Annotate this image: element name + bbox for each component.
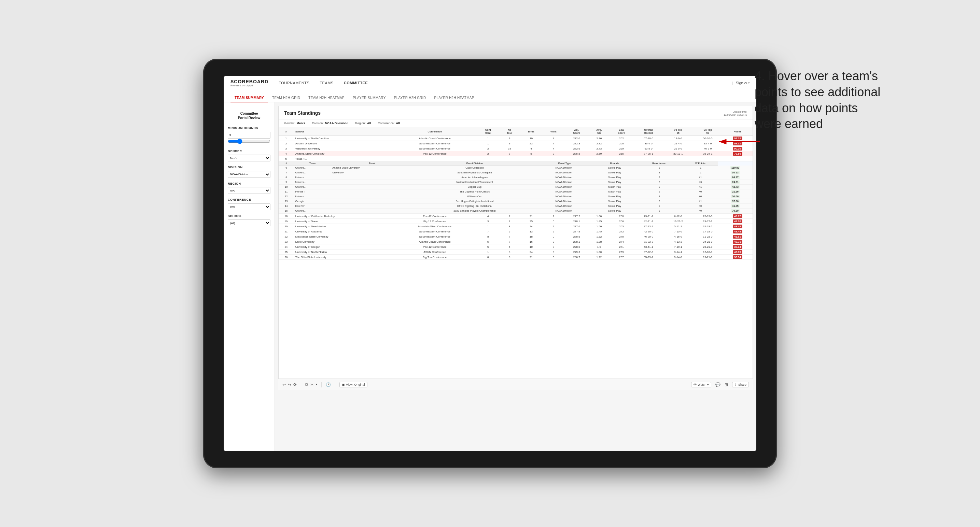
hover-row: 14 East Ter OFCC Fighting Illini Invitat…	[278, 204, 752, 208]
cell-wins: 4	[542, 141, 565, 146]
cell-vs25: 29-4-0	[663, 141, 693, 146]
points-value[interactable]: 38.14	[733, 245, 742, 249]
update-time: Update time:13/03/2024 10:03:42	[724, 110, 747, 116]
hover-col-event: Event	[331, 162, 413, 165]
cell-overall: 67-10-0	[634, 136, 663, 141]
dot-icon[interactable]: •	[316, 382, 317, 387]
hover-col-num: #	[278, 162, 294, 165]
bottom-toolbar: ↩ ↪ ⟳ ⧉ ✂ • 🕐 ▣ View: Origin	[278, 379, 753, 390]
points-value[interactable]: 93.31	[733, 142, 742, 145]
points-value[interactable]: 43.89	[733, 250, 742, 254]
region-select[interactable]: N/A	[228, 187, 270, 194]
nav-links: TOURNAMENTS TEAMS COMMITTEE	[278, 81, 732, 85]
toolbar-sep-2	[321, 382, 322, 387]
cell-adj-score: 275.5	[565, 151, 589, 156]
grid-icon[interactable]: ⊞	[725, 382, 728, 387]
share-button[interactable]: ⇪ Share	[732, 382, 749, 387]
cell-school: Vanderbilt University	[294, 146, 393, 151]
points-value[interactable]: 48.48	[733, 230, 742, 233]
tab-player-h2h-grid[interactable]: PLAYER H2H GRID	[390, 94, 430, 102]
refresh-icon[interactable]: ⟳	[293, 382, 297, 387]
table-row: 25 University of North Florida ASUN Conf…	[278, 249, 752, 255]
cell-avg-sg: 2.86	[589, 136, 609, 141]
col-no-tour: NoTour	[499, 127, 520, 136]
cell-rank: 4	[278, 151, 294, 156]
points-value[interactable]: 90.20	[733, 147, 742, 151]
points-value[interactable]: 43.81	[733, 235, 742, 238]
division-select[interactable]: NCAA Division I	[228, 171, 270, 178]
division-filter: Division: NCAA Division I	[312, 122, 348, 125]
undo-icon[interactable]: ↩	[282, 382, 286, 387]
report-panel: Team Standings Update time:13/03/2024 10…	[275, 102, 756, 451]
table-row: 21 University of Alabama Southeastern Co…	[278, 229, 752, 234]
cell-school: University of North Carolina	[294, 136, 393, 141]
points-value-highlighted[interactable]: 79.50	[733, 152, 742, 156]
cell-overall: 87-25-1	[634, 151, 663, 156]
logo-text: SCOREBOARD	[231, 79, 268, 84]
points-value[interactable]: 48.07	[733, 214, 742, 218]
min-rounds-slider[interactable]	[228, 138, 270, 144]
hover-row: 6 Univers... Arizona State University Ca…	[278, 165, 752, 170]
cell-points[interactable]: 97.02	[722, 136, 752, 141]
sidebar-school-label: School	[228, 214, 270, 218]
w-points-value: 119.83	[730, 166, 740, 170]
tab-player-h2h-heatmap[interactable]: PLAYER H2H HEATMAP	[430, 94, 478, 102]
w-points-value: 79.30	[731, 209, 740, 213]
points-value[interactable]: 97.02	[733, 137, 742, 140]
points-value[interactable]: 48.71	[733, 240, 742, 244]
comment-icon[interactable]: 💬	[715, 382, 721, 387]
nav-committee[interactable]: COMMITTEE	[344, 81, 368, 85]
cell-wins: 4	[542, 146, 565, 151]
tab-team-summary[interactable]: TEAM SUMMARY	[231, 94, 268, 102]
sidebar-division-label: Division	[228, 165, 270, 169]
cell-school: Texas T...	[294, 156, 393, 162]
cell-conf-rank: 2	[477, 151, 499, 156]
portal-title: CommitteePortal Review	[228, 111, 270, 120]
cell-points[interactable]: 79.50	[722, 151, 752, 156]
logo-sub: Powered by clippd	[231, 84, 268, 87]
cell-conference: Atlantic Coast Conference	[393, 136, 477, 141]
conference-filter-value: All	[396, 122, 400, 125]
cell-points[interactable]: 93.31	[722, 141, 752, 146]
hover-row: 15 Univers... 2023 Sahalee Players Champ…	[278, 208, 752, 213]
cell-vs50: 46-5-0	[693, 146, 722, 151]
tab-player-summary[interactable]: PLAYER SUMMARY	[348, 94, 390, 102]
hover-row: 11 Florida I The Cypress Point Classic N…	[278, 189, 752, 194]
points-value[interactable]: 48.70	[733, 219, 742, 223]
cell-overall: 63-5-0	[634, 146, 663, 151]
table-row: 18 University of California, Berkeley Pa…	[278, 214, 752, 219]
cell-points[interactable]: 90.20	[722, 146, 752, 151]
cell-adj-score: 272.0	[565, 136, 589, 141]
points-value[interactable]: 38.94	[733, 255, 742, 259]
cell-conf-rank: 2	[477, 146, 499, 151]
view-original-button[interactable]: ▣ View: Original	[339, 382, 367, 387]
cell-vs50: 38-24-1	[693, 151, 722, 156]
crop-icon[interactable]: ✂	[310, 382, 314, 387]
redo-icon[interactable]: ↪	[288, 382, 291, 387]
gender-filter-label: Gender:	[284, 122, 295, 125]
points-value[interactable]: 48.49	[733, 225, 742, 229]
copy-icon[interactable]: ⧉	[305, 382, 308, 387]
table-row: 5 Texas T...	[278, 156, 752, 162]
min-rounds-input[interactable]	[228, 132, 270, 138]
hover-tooltip-table: # Team Event Event Division Event Type R…	[278, 162, 752, 213]
gender-select[interactable]: Men's Women's	[228, 155, 270, 162]
hover-row: 8 Univers... Amer An Intercollegiate NCA…	[278, 175, 752, 180]
cell-rank: 1	[278, 136, 294, 141]
w-points-value: 56.66	[731, 195, 740, 198]
tab-team-h2h-grid[interactable]: TEAM H2H GRID	[268, 94, 304, 102]
sidebar: CommitteePortal Review Minimum Rounds Ge…	[224, 102, 275, 451]
col-conf-rank: ConfRank	[477, 127, 499, 136]
table-row: # Team Event Event Division Event Type R…	[278, 162, 752, 214]
conference-select[interactable]: (All)	[228, 203, 270, 210]
clock-icon[interactable]: 🕐	[326, 382, 331, 387]
nav-tournaments[interactable]: TOURNAMENTS	[278, 81, 309, 85]
nav-teams[interactable]: TEAMS	[320, 81, 333, 85]
cell-bnds: 5	[520, 151, 542, 156]
school-select[interactable]: (All)	[228, 219, 270, 226]
cell-overall: 86-4-0	[634, 141, 663, 146]
sign-out-link[interactable]: Sign out	[736, 81, 749, 85]
tab-team-h2h-heatmap[interactable]: TEAM H2H HEATMAP	[304, 94, 348, 102]
table-row: 1 University of North Carolina Atlantic …	[278, 136, 752, 141]
watch-button[interactable]: 👁 Watch ▾	[691, 382, 711, 387]
